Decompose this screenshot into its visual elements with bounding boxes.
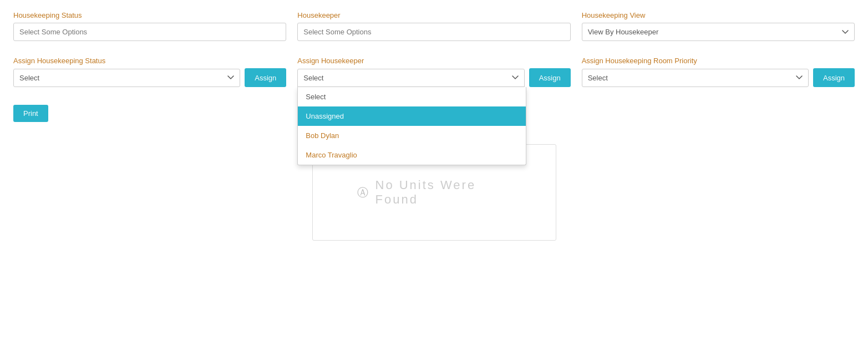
assign-housekeeping-status-label: Assign Housekeeping Status — [13, 57, 286, 65]
housekeeper-filter-label: Housekeeper — [297, 11, 570, 19]
assign-housekeeper-select[interactable]: Select — [297, 69, 524, 87]
assign-housekeeping-status-group: Assign Housekeeping Status Select Assign — [13, 57, 286, 87]
housekeeper-filter-input[interactable] — [297, 23, 570, 41]
filter-section: Housekeeping Status Housekeeper Housekee… — [13, 11, 855, 41]
dropdown-item-marco-travaglio[interactable]: Marco Travaglio — [298, 145, 525, 165]
assign-housekeeping-status-button[interactable]: Assign — [245, 68, 286, 87]
assign-housekeeper-label: Assign Housekeeper — [297, 57, 570, 65]
housekeeping-view-select[interactable]: View By Housekeeper View By Room View By… — [582, 23, 855, 41]
assign-housekeeping-status-control: Select Assign — [13, 68, 286, 87]
dropdown-item-select[interactable]: Select — [298, 87, 525, 106]
assign-room-priority-group: Assign Housekeeping Room Priority Select… — [582, 57, 855, 87]
assign-housekeeper-button[interactable]: Assign — [529, 68, 571, 87]
print-button[interactable]: Print — [13, 105, 48, 122]
assign-housekeeper-control: Select Assign Select Unassigned Bob Dyla… — [297, 68, 570, 87]
housekeeper-filter-group: Housekeeper — [297, 11, 570, 41]
assign-room-priority-control: Select Assign — [582, 68, 855, 87]
dropdown-item-unassigned[interactable]: Unassigned — [298, 106, 525, 126]
assign-section: Assign Housekeeping Status Select Assign… — [13, 57, 855, 87]
dropdown-item-bob-dylan[interactable]: Bob Dylan — [298, 126, 525, 145]
housekeeping-view-filter-label: Housekeeping View — [582, 11, 855, 19]
assign-housekeeper-dropdown: Select Unassigned Bob Dylan Marco Travag… — [297, 87, 526, 165]
assign-room-priority-select[interactable]: Select — [582, 69, 809, 87]
warning-icon: Ⓐ — [357, 185, 370, 200]
assign-room-priority-label: Assign Housekeeping Room Priority — [582, 57, 855, 65]
assign-room-priority-button[interactable]: Assign — [813, 68, 855, 87]
assign-housekeeping-status-select[interactable]: Select — [13, 69, 240, 87]
assign-housekeeper-group: Assign Housekeeper Select Assign Select … — [297, 57, 570, 87]
housekeeping-view-filter-group: Housekeeping View View By Housekeeper Vi… — [582, 11, 855, 41]
no-units-message: No Units Were Found — [375, 178, 511, 207]
housekeeping-status-filter-input[interactable] — [13, 23, 286, 41]
housekeeping-status-filter-label: Housekeeping Status — [13, 11, 286, 19]
housekeeping-status-filter-group: Housekeeping Status — [13, 11, 286, 41]
